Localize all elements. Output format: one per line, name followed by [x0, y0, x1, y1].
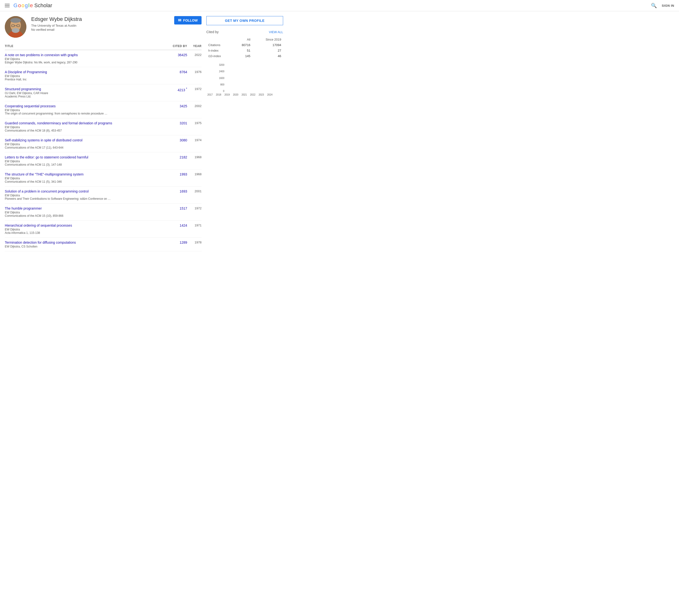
paper-authors: EW Dijkstra — [5, 211, 166, 214]
paper-title-link[interactable]: Cooperating sequential processes — [5, 104, 56, 108]
stats-cell-since2019: 46 — [252, 53, 283, 59]
paper-year: 1978 — [187, 241, 201, 244]
paper-venue: Prentice Hall, Inc — [5, 78, 166, 81]
y-axis-label: 2400 — [219, 70, 224, 73]
paper-cited-count[interactable]: 4213 * — [166, 87, 187, 92]
paper-title-link[interactable]: Structured programming — [5, 87, 41, 91]
table-row: A Discipline of ProgrammingEW DijkstraPr… — [5, 67, 201, 84]
mail-icon: ✉ — [178, 18, 181, 23]
table-row: Guarded commands, nondeterminacy and for… — [5, 118, 201, 135]
header-right: 🔍 SIGN IN — [651, 3, 674, 8]
paper-year: 1971 — [187, 223, 201, 227]
paper-venue: Communications of the ACM 15 (10), 859-8… — [5, 214, 166, 217]
papers-list: A note on two problems in connexion with… — [5, 50, 201, 251]
paper-cited-count[interactable]: 36425 — [166, 53, 187, 57]
cited-by-title: Cited by — [206, 30, 219, 34]
profile-header: Edsger Wybe Dijkstra The University of T… — [5, 16, 201, 38]
paper-cited-count[interactable]: 3425 — [166, 104, 187, 108]
paper-authors: EW Dijkstra — [5, 126, 166, 129]
chart-bars: 3200240016008000 — [206, 64, 224, 92]
paper-venue: The origin of concurrent programming: fr… — [5, 112, 166, 115]
paper-title-link[interactable]: Letters to the editor: go to statement c… — [5, 155, 88, 159]
paper-authors: EW Dijkstra — [5, 177, 166, 180]
chart-bar-label: 2019 — [223, 93, 231, 96]
table-row: Termination detection for diffusing comp… — [5, 238, 201, 251]
paper-venue: Edsger Wybe Dijkstra: his life, work, an… — [5, 61, 166, 64]
y-axis-label: 800 — [219, 83, 224, 86]
avatar — [5, 16, 26, 38]
paper-title-link[interactable]: The humble programmer — [5, 207, 42, 210]
chart-bar-label: 2017 — [206, 93, 214, 96]
paper-cited-count[interactable]: 1289 — [166, 241, 187, 244]
y-axis-label: 1600 — [219, 77, 224, 80]
svg-point-7 — [12, 28, 20, 33]
paper-title-link[interactable]: Solution of a problem in concurrent prog… — [5, 189, 89, 193]
paper-title-link[interactable]: Self-stabilizing systems in spite of dis… — [5, 138, 83, 142]
paper-cited-count[interactable]: 3080 — [166, 138, 187, 142]
sign-in-button[interactable]: SIGN IN — [662, 4, 674, 7]
paper-title-link[interactable]: The structure of the "THE"-multiprogramm… — [5, 172, 84, 176]
paper-title-link[interactable]: Guarded commands, nondeterminacy and for… — [5, 121, 112, 125]
paper-cited-count[interactable]: 2182 — [166, 155, 187, 159]
paper-cited-count[interactable]: 3201 — [166, 121, 187, 125]
logo-e: e — [30, 2, 33, 9]
svg-point-3 — [10, 18, 21, 23]
paper-cited-count[interactable]: 1517 — [166, 207, 187, 210]
paper-year: 1974 — [187, 138, 201, 142]
stats-row: i10-index14546 — [206, 53, 283, 59]
table-row: The structure of the "THE"-multiprogramm… — [5, 170, 201, 187]
sidebar: GET MY OWN PROFILE Cited by VIEW ALL All… — [206, 16, 283, 251]
stats-col-all: All — [232, 37, 252, 42]
table-row: The humble programmerEW DijkstraCommunic… — [5, 204, 201, 221]
profile-email: No verified email — [31, 28, 169, 31]
header: Google Scholar 🔍 SIGN IN — [0, 0, 679, 11]
paper-title-link[interactable]: Hierarchical ordering of sequential proc… — [5, 223, 72, 227]
avatar-image — [5, 16, 26, 38]
paper-title-link[interactable]: A note on two problems in connexion with… — [5, 53, 78, 57]
paper-year: 1972 — [187, 87, 201, 91]
paper-title-link[interactable]: Termination detection for diffusing comp… — [5, 241, 76, 244]
chart-container: 3200240016008000 20172018201920202021202… — [206, 64, 283, 96]
y-axis-label: 0 — [219, 90, 224, 92]
paper-authors: OJ Dahl, EW Dijkstra, CAR Hoare — [5, 91, 166, 95]
logo-g2: g — [25, 2, 28, 9]
view-all-link[interactable]: VIEW ALL — [269, 30, 283, 34]
col-cited-header: CITED BY — [166, 44, 187, 48]
follow-button[interactable]: ✉ FOLLOW — [174, 16, 201, 25]
get-profile-button[interactable]: GET MY OWN PROFILE — [206, 16, 283, 25]
chart-y-axis: 3200240016008000 — [219, 64, 224, 92]
paper-venue: Communications of the ACM 17 (11), 643-6… — [5, 146, 166, 149]
y-axis-label: 3200 — [219, 64, 224, 66]
stats-row: Citations8071617094 — [206, 42, 283, 48]
stats-cell-since2019: 17094 — [252, 42, 283, 48]
search-icon[interactable]: 🔍 — [651, 3, 657, 8]
paper-year: 1975 — [187, 121, 201, 125]
paper-cited-count[interactable]: 8764 — [166, 70, 187, 74]
paper-cited-count[interactable]: 1424 — [166, 223, 187, 227]
chart-bar-label: 2024 — [266, 93, 273, 96]
stats-cell-all: 80716 — [232, 42, 252, 48]
stats-cell-since2019: 27 — [252, 48, 283, 53]
paper-venue: Communications of the ACM 11 (5), 341-34… — [5, 180, 166, 183]
paper-year: 1976 — [187, 70, 201, 74]
paper-authors: EW Dijkstra — [5, 143, 166, 146]
paper-authors: EW Dijkstra — [5, 74, 166, 78]
scholar-text: Scholar — [34, 2, 52, 9]
paper-authors: EW Dijkstra — [5, 160, 166, 163]
paper-cited-count[interactable]: 1693 — [166, 189, 187, 193]
paper-cited-count[interactable]: 1993 — [166, 172, 187, 176]
profile-name: Edsger Wybe Dijkstra — [31, 16, 169, 22]
paper-year: 1968 — [187, 155, 201, 159]
col-title-header: TITLE — [5, 44, 166, 48]
hamburger-menu[interactable] — [5, 4, 9, 7]
stats-col-label — [206, 37, 232, 42]
paper-venue: Communications of the ACM 11 (3), 147-14… — [5, 163, 166, 166]
paper-title-link[interactable]: A Discipline of Programming — [5, 70, 47, 74]
paper-authors: EW Dijkstra — [5, 194, 166, 197]
paper-authors: EW Dijkstra, CS Scholten — [5, 245, 166, 248]
stats-cell-all: 51 — [232, 48, 252, 53]
table-row: Structured programmingOJ Dahl, EW Dijkst… — [5, 84, 201, 101]
table-header: TITLE CITED BY YEAR — [5, 42, 201, 50]
logo-l: l — [28, 2, 30, 9]
col-year-header: YEAR — [187, 44, 201, 48]
